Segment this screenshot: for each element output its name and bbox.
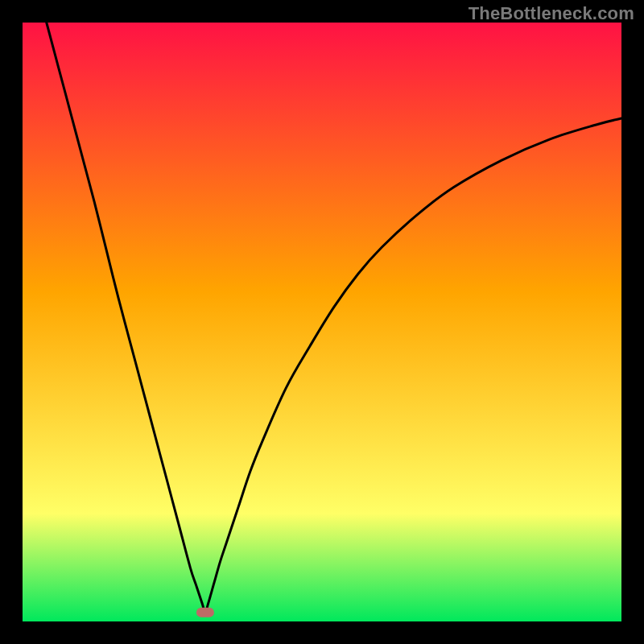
watermark-text: TheBottleneck.com bbox=[469, 3, 634, 24]
chart-frame: TheBottleneck.com bbox=[0, 0, 644, 644]
min-marker bbox=[196, 608, 214, 617]
chart-svg bbox=[0, 0, 644, 644]
plot-background bbox=[23, 23, 621, 621]
